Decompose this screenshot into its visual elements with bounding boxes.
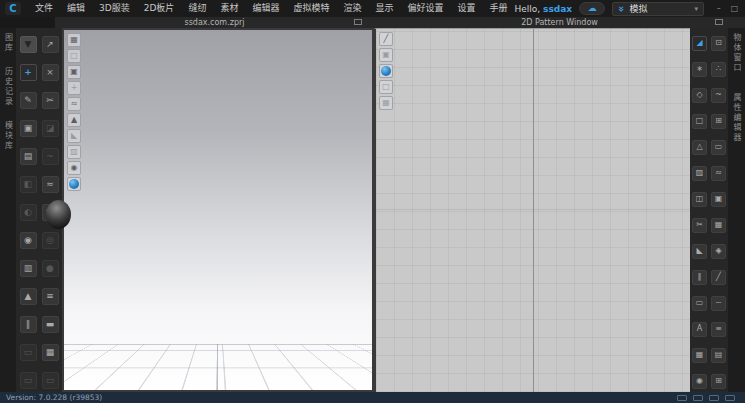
tool-rect-draw[interactable]: □ [692,114,707,129]
vtool-mannequin-display[interactable]: ◉ [67,161,81,175]
tool-seam-line[interactable]: ╱ [711,270,726,285]
tool-dart-draw[interactable]: △ [692,140,707,155]
vtool-drape-display[interactable]: ≈ [67,97,81,111]
vtool-shoe-display[interactable]: ◣ [67,129,81,143]
tool-hand-grab[interactable]: ◉ [20,232,37,249]
tool-fabric-bricks[interactable]: ⊞ [711,374,726,389]
tool-rotate-gizmo[interactable]: ◐ [20,204,37,221]
tool-fabric-sphere[interactable]: ◉ [692,374,707,389]
menu-2d-pattern[interactable]: 2D板片 [137,0,182,17]
mode-selector[interactable]: » 模拟 ▾ [612,2,704,16]
tool-zoom-rect[interactable]: ⊞ [711,114,726,129]
tool-overlap-copy[interactable]: ◫ [692,192,707,207]
tool-edit-sewline[interactable]: ✎ [20,92,37,109]
vtool-pin-display[interactable]: + [67,81,81,95]
status-button-3[interactable] [709,395,719,401]
3d-garment-viewport[interactable]: ▦□▣+≈▲◣▨◉● [62,28,374,392]
popout-icon-2d-window[interactable] [715,19,723,25]
username-link[interactable]: ssdax [543,4,572,14]
tool-wind-tool[interactable]: ≈ [42,176,59,193]
tool-zipper-2d[interactable]: ∥ [692,270,707,285]
status-button-1[interactable] [677,395,687,401]
tool-cut-sew-2d[interactable]: ✂ [692,218,707,233]
tool-set-square[interactable]: ◣ [692,244,707,259]
vtool-texture-info[interactable]: ● [379,64,393,78]
tool-fold-cloth[interactable]: ≈ [711,166,726,181]
tool-trace-pattern[interactable]: ▨ [692,166,707,181]
vtool-shirt-pattern-2d[interactable]: ▣ [379,48,393,62]
app-logo-icon[interactable]: C [5,2,21,15]
tool-placeholder-a[interactable]: ▭ [20,344,37,361]
tab-property-editor[interactable]: 属性编辑器 [731,93,742,143]
tool-pattern-move-box[interactable]: ⊡ [711,36,726,51]
menu-avatar[interactable]: 虚拟模特 [286,0,336,17]
menu-material[interactable]: 素材 [213,0,245,17]
tool-select-move[interactable]: + [20,64,37,81]
tool-placeholder-b[interactable]: ▭ [20,372,37,389]
vtool-render-machine[interactable]: ▦ [67,33,81,47]
tool-layer-stack[interactable]: ≡ [711,322,726,337]
tool-basting-stitch[interactable]: ┄ [711,296,726,311]
tool-edit-point[interactable]: ∗ [692,62,707,77]
menu-manual[interactable]: 手册 [483,0,515,17]
tool-sewing-machine-2d[interactable]: ▤ [711,348,726,363]
tool-sync-garment[interactable]: ▣ [711,192,726,207]
tool-transform-pattern[interactable]: ◢ [692,36,707,51]
tool-placeholder-c[interactable]: ▭ [42,372,59,389]
window-minimize-button[interactable]: – [711,2,726,15]
tab-modular[interactable]: 模块库 [3,121,14,151]
popout-icon-3d-window[interactable] [354,19,362,25]
tab-library[interactable]: 图库 [3,33,14,53]
tab-object-browser[interactable]: 物体窗口 [731,33,742,73]
tool-texture-pack[interactable]: ◈ [711,244,726,259]
tool-fit-map[interactable]: ◎ [42,232,59,249]
tool-tshirt-tool[interactable]: ▣ [20,120,37,137]
tool-fabric-stack[interactable]: ▦ [42,344,59,361]
menu-preferences[interactable]: 偏好设置 [400,0,450,17]
menu-edit[interactable]: 编辑 [60,0,92,17]
tool-select-mesh[interactable]: × [42,64,59,81]
menu-render[interactable]: 渲染 [336,0,368,17]
tool-polygon-draw[interactable]: ◇ [692,88,707,103]
gizmo-sphere-handle[interactable] [46,200,71,229]
status-button-2[interactable] [693,395,703,401]
tool-curve-draw[interactable]: ~ [711,88,726,103]
tool-arrange-points[interactable]: ◪ [42,120,59,137]
tool-text-tool[interactable]: A [692,322,707,337]
tool-fold-arrangement[interactable]: ◧ [20,176,37,193]
tool-shirt-texture[interactable]: ▦ [711,218,726,233]
vtool-globe-view[interactable]: ● [67,177,81,191]
tool-fabric-roll[interactable]: ▬ [42,316,59,333]
chevron-down-icon[interactable]: ▾ [695,5,699,13]
tool-simulate-drop[interactable]: ▼ [20,36,37,53]
vtool-avatar-display[interactable]: ▲ [67,113,81,127]
menu-sewing[interactable]: 缝纫 [181,0,213,17]
tool-button-3d[interactable]: ● [42,260,59,277]
tool-trouser-tool[interactable]: ∥ [20,316,37,333]
tool-pleats-tool[interactable]: ▲ [20,288,37,305]
tab-history[interactable]: 历史记录 [3,67,14,107]
menu-display[interactable]: 显示 [368,0,400,17]
vtool-fabric-grid-2d[interactable]: ▦ [379,96,393,110]
menu-editor[interactable]: 编辑器 [245,0,286,17]
tool-add-point[interactable]: ∴ [711,62,726,77]
tool-sewing-machine[interactable]: ▤ [20,148,37,165]
tool-ruler-2d[interactable]: ▭ [692,296,707,311]
tool-zipper-3d[interactable]: ≡ [42,288,59,305]
tool-jacket-tool[interactable]: ▥ [20,260,37,277]
vtool-paper-pattern[interactable]: □ [379,80,393,94]
menu-settings[interactable]: 设置 [450,0,482,17]
vtool-edit-pattern-2d[interactable]: ╱ [379,32,393,46]
vtool-garment-wireframe[interactable]: □ [67,49,81,63]
tool-tape-avatar[interactable]: ~ [42,148,59,165]
tool-edit-cut[interactable]: ✂ [42,92,59,109]
vtool-garment-solid[interactable]: ▣ [67,65,81,79]
menu-file[interactable]: 文件 [28,0,60,17]
vtool-cloth-display[interactable]: ▨ [67,145,81,159]
2d-pattern-viewport[interactable]: ╱▣●□▦ [374,28,690,392]
status-button-4[interactable] [725,395,735,401]
menu-3d-garment[interactable]: 3D服装 [92,0,137,17]
tool-iron-press[interactable]: ▭ [711,140,726,155]
tool-grid-internal[interactable]: ▦ [692,348,707,363]
window-maximize-button[interactable]: □ [727,2,742,15]
